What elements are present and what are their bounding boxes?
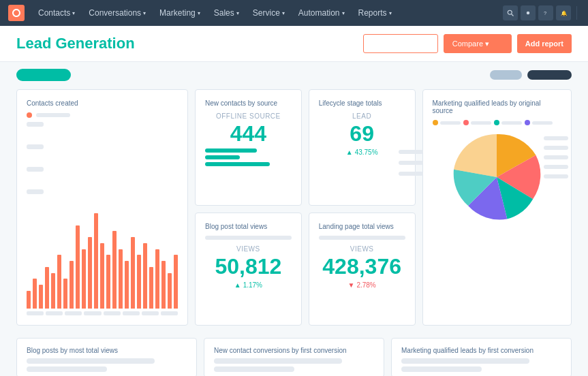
date-filter-button[interactable]: [363, 34, 438, 53]
bar-item: [161, 261, 166, 309]
svg-text:?: ?: [544, 10, 546, 16]
bottom-card-conversions: New contact conversions by first convers…: [204, 338, 384, 376]
bar-item: [82, 249, 86, 309]
nav-conversations[interactable]: Conversations ▾: [83, 5, 151, 20]
bottom-conversions-bar2: [214, 366, 294, 372]
bottom-mql-bar2: [401, 366, 482, 372]
nav-automation[interactable]: Automation ▾: [293, 5, 350, 20]
mql-card: Marketing qualified leads by original so…: [422, 89, 572, 326]
contacts-created-card: Contacts created: [16, 89, 188, 326]
dashboard-grid: Contacts created New contacts by source …: [0, 85, 588, 338]
blog-views-title: Blog post total views: [205, 223, 292, 230]
bar-item: [149, 267, 153, 309]
contacts-created-title: Contacts created: [27, 99, 178, 107]
bottom-conversions-bar1: [214, 358, 342, 364]
add-report-button[interactable]: Add report: [517, 34, 572, 53]
bar-item: [131, 237, 135, 309]
pie-right-legend: [544, 136, 568, 178]
blog-bar: [205, 236, 292, 240]
pie-left-legend: [399, 150, 423, 176]
bottom-conversions-title: New contact conversions by first convers…: [214, 347, 374, 354]
landing-bar: [319, 236, 405, 240]
nav-reports[interactable]: Reports ▾: [353, 5, 397, 20]
bar-item: [94, 213, 98, 309]
bar-item: [45, 267, 49, 309]
bar-item: [63, 279, 67, 309]
navbar: Contacts ▾ Conversations ▾ Marketing ▾ S…: [0, 0, 588, 26]
new-contacts-value: 444: [205, 123, 292, 144]
bar-item: [174, 255, 178, 309]
blog-views-card: Blog post total views VIEWS 50,812 ▲ 1.1…: [195, 213, 302, 326]
bar-item: [168, 273, 172, 309]
svg-point-2: [527, 12, 530, 15]
nav-help-button[interactable]: ?: [538, 5, 553, 20]
nav-sales[interactable]: Sales ▾: [208, 5, 245, 20]
contacts-y-labels: [27, 122, 178, 194]
lifecycle-change: ▲ 43.75%: [319, 148, 405, 156]
date-range-pill: [490, 69, 572, 81]
new-contacts-subtitle: OFFLINE SOURCE: [205, 112, 292, 120]
bar-item: [39, 285, 43, 309]
bar-item: [33, 279, 37, 309]
bar-item: [27, 291, 31, 309]
page-header: Lead Generation Compare ▾ Add report: [0, 26, 588, 62]
lifecycle-card: Lifecycle stage totals LEAD 69 ▲ 43.75%: [309, 89, 416, 206]
hubspot-logo: [8, 5, 25, 21]
header-actions: Compare ▾ Add report: [363, 34, 572, 53]
pie-chart: [449, 129, 544, 225]
service-chevron-icon: ▾: [282, 10, 285, 16]
nav-settings-button[interactable]: [521, 5, 536, 20]
blog-up-arrow-icon: ▲: [234, 281, 241, 289]
mql-dot-2: [463, 120, 469, 125]
active-filter-pill[interactable]: [16, 69, 71, 81]
nav-search-button[interactable]: [503, 5, 518, 20]
filter-bar: [0, 62, 588, 85]
landing-down-arrow-icon: ▼: [348, 281, 355, 289]
svg-text:🔔: 🔔: [561, 10, 568, 16]
bar-item: [125, 261, 129, 309]
blog-change: ▲ 1.17%: [205, 281, 292, 289]
nav-marketing[interactable]: Marketing ▾: [154, 5, 206, 20]
bottom-cards: Blog posts by most total views New conta…: [0, 338, 588, 376]
bottom-blog-bar2: [27, 366, 107, 372]
nav-notifications-button[interactable]: 🔔: [556, 5, 571, 20]
contacts-legend: [27, 112, 178, 118]
bottom-mql-bar1: [401, 358, 529, 364]
marketing-chevron-icon: ▾: [198, 10, 200, 16]
source-bars: [205, 148, 292, 166]
mql-legend: [433, 120, 561, 125]
mql-label-4: [532, 121, 553, 125]
sales-chevron-icon: ▾: [236, 10, 239, 16]
bar-item: [137, 255, 141, 309]
up-arrow-icon: ▲: [346, 148, 353, 156]
lifecycle-value: 69: [319, 123, 405, 144]
bar-item: [106, 255, 110, 309]
landing-subtitle: VIEWS: [319, 245, 405, 253]
blog-value: 50,812: [205, 255, 292, 277]
nav-utility-icons: ? 🔔: [503, 5, 580, 20]
compare-button[interactable]: Compare ▾: [444, 34, 512, 53]
conversations-chevron-icon: ▾: [143, 10, 146, 16]
nav-contacts[interactable]: Contacts ▾: [33, 5, 80, 20]
lifecycle-subtitle: LEAD: [319, 112, 405, 120]
range-value: [527, 70, 572, 80]
landing-value: 428,376: [319, 255, 405, 277]
automation-chevron-icon: ▾: [342, 10, 345, 16]
mql-dot-3: [494, 120, 499, 125]
bottom-card-mql: Marketing qualified leads by first conve…: [391, 338, 572, 376]
new-contacts-title: New contacts by source: [205, 99, 292, 107]
landing-change: ▼ 2.78%: [319, 281, 405, 289]
nav-divider: [576, 6, 577, 20]
mql-label-1: [440, 121, 461, 125]
bar-item: [88, 237, 92, 309]
bar-item: [119, 249, 123, 309]
range-label: [490, 70, 522, 80]
svg-line-1: [512, 14, 514, 16]
nav-service[interactable]: Service ▾: [247, 5, 290, 20]
lifecycle-title: Lifecycle stage totals: [319, 99, 405, 107]
bottom-blog-bar1: [27, 358, 155, 364]
bar-item: [100, 243, 104, 309]
bar-item: [76, 225, 80, 309]
mql-title: Marketing qualified leads by original so…: [433, 99, 561, 114]
bar-item: [57, 255, 61, 309]
